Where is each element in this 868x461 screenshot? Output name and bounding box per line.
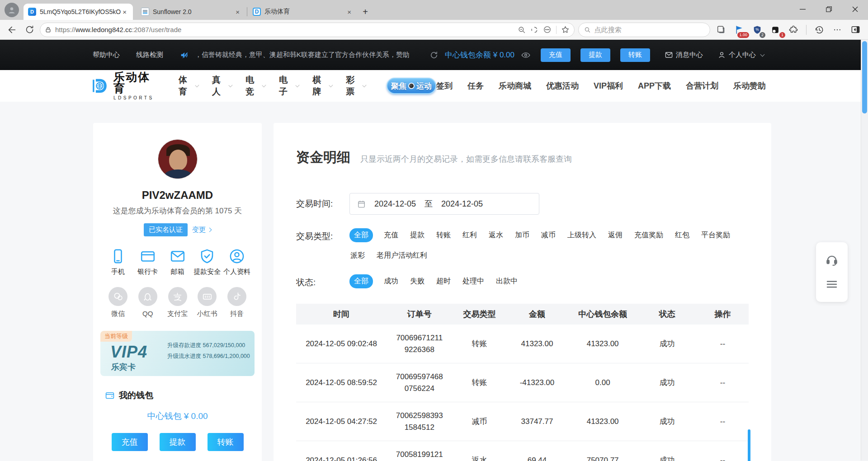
security-item-提款安全[interactable]: 提款安全 [194, 248, 220, 276]
page-scrollbar[interactable] [861, 40, 868, 461]
more-options-icon[interactable] [830, 23, 844, 37]
status-pill-处理中[interactable]: 处理中 [462, 274, 485, 288]
menu-icon[interactable] [825, 278, 839, 291]
type-pill-提款[interactable]: 提款 [409, 228, 425, 242]
site-logo[interactable]: 乐动体育LDSPORTS [90, 71, 157, 100]
type-pill-上级转入[interactable]: 上级转入 [566, 228, 597, 242]
type-pill-充值[interactable]: 充值 [383, 228, 399, 242]
social-item-抖音[interactable]: 抖音 [224, 287, 250, 318]
refresh-button[interactable] [23, 23, 36, 37]
social-item-label: 支付宝 [167, 310, 188, 318]
message-center-link[interactable]: 消息中心 [665, 51, 703, 59]
nav-link-VIP福利[interactable]: VIP福利 [594, 80, 623, 91]
nav-menu-电竞[interactable]: 电竞 [245, 74, 265, 98]
status-pill-成功[interactable]: 成功 [383, 274, 399, 288]
date-to[interactable]: 2024-12-05 [433, 199, 491, 209]
change-link[interactable]: 变更 [192, 226, 211, 234]
nav-menu-体育[interactable]: 体育 [179, 74, 198, 98]
social-item-支付宝[interactable]: 支付宝 [165, 287, 191, 318]
customer-service-icon[interactable] [825, 253, 839, 267]
close-icon[interactable]: × [345, 8, 353, 16]
close-icon[interactable]: × [234, 8, 241, 16]
security-item-手机[interactable]: 手机 [105, 248, 131, 276]
type-pill-减币[interactable]: 减币 [540, 228, 557, 242]
nav-menu-电子[interactable]: 电子 [279, 74, 299, 98]
nav-link-任务[interactable]: 任务 [467, 80, 484, 91]
extensions-puzzle-icon[interactable] [786, 23, 801, 37]
type-pill-充值奖励[interactable]: 充值奖励 [633, 228, 664, 242]
tab-1[interactable]: D 5LmQ5Yqo5L2T6IKyfOS5kOWKqC × [24, 4, 133, 20]
date-range-picker[interactable]: 2024-12-05 至 2024-12-05 [349, 193, 539, 215]
nav-link-APP下载[interactable]: APP下载 [638, 80, 671, 91]
verified-badge[interactable]: 已实名认证 [144, 223, 188, 236]
type-pill-派彩[interactable]: 派彩 [349, 249, 366, 263]
type-pill-返水[interactable]: 返水 [488, 228, 504, 242]
security-item-银行卡[interactable]: 银行卡 [135, 248, 161, 276]
status-pill-全部[interactable]: 全部 [349, 274, 373, 288]
minimize-button[interactable] [789, 0, 816, 18]
new-tab-button[interactable]: + [358, 4, 373, 20]
type-pill-全部[interactable]: 全部 [349, 228, 373, 242]
eye-icon[interactable] [521, 50, 531, 60]
avatar[interactable] [158, 139, 198, 179]
type-pill-平台奖励[interactable]: 平台奖励 [700, 228, 731, 242]
date-from[interactable]: 2024-12-05 [366, 199, 425, 209]
status-pill-失败[interactable]: 失败 [409, 274, 425, 288]
nav-link-乐动商城[interactable]: 乐动商城 [499, 80, 531, 91]
favorite-star-icon[interactable] [561, 25, 570, 34]
restore-button[interactable] [816, 0, 842, 18]
type-pill-加币[interactable]: 加币 [514, 228, 530, 242]
tab-3[interactable]: D 乐动体育 × [248, 4, 358, 20]
nav-menu-label: 体育 [179, 74, 193, 98]
focus-sports-badge[interactable]: 聚焦运动 [387, 78, 436, 94]
browser-profile-button[interactable] [5, 3, 19, 17]
search-box[interactable] [578, 23, 710, 37]
profile-center-link[interactable]: 个人中心 [717, 51, 764, 59]
type-pill-红利[interactable]: 红利 [462, 228, 478, 242]
nav-menu-棋牌[interactable]: 棋牌 [312, 74, 332, 98]
close-window-button[interactable] [842, 0, 868, 18]
nav-link-合营计划[interactable]: 合营计划 [686, 80, 718, 91]
zoom-out-icon[interactable] [518, 26, 526, 34]
topbar-transfer-button[interactable]: 转账 [620, 48, 650, 62]
nav-menu-真人[interactable]: 真人 [212, 74, 232, 98]
status-pill-出款中[interactable]: 出款中 [495, 274, 519, 288]
back-button[interactable] [5, 23, 19, 37]
topbar-withdraw-button[interactable]: 提款 [580, 48, 610, 62]
copy-pages-icon[interactable] [714, 23, 728, 37]
refresh-balance-icon[interactable] [429, 51, 439, 60]
type-pill-老用户活动红利[interactable]: 老用户活动红利 [376, 249, 428, 263]
sidebar-toggle-icon[interactable] [848, 23, 863, 37]
search-input[interactable] [594, 26, 704, 33]
close-icon[interactable]: × [121, 8, 128, 16]
security-item-个人资料[interactable]: 个人资料 [224, 248, 250, 276]
social-item-小红书[interactable]: 小红书 [194, 287, 220, 318]
read-aloud-icon[interactable] [530, 26, 538, 34]
withdraw-button[interactable]: 提款 [160, 433, 196, 451]
line-check-link[interactable]: 线路检测 [136, 51, 163, 59]
page-scrollbar-thumb[interactable] [862, 41, 867, 113]
flag-extension-icon[interactable]: 1.00 [732, 23, 746, 37]
address-bar[interactable]: https://www.ledong842.cc:2087/user/trade [40, 23, 575, 37]
social-item-微信[interactable]: 微信 [105, 287, 131, 318]
nav-link-乐动赞助[interactable]: 乐动赞助 [733, 80, 766, 91]
tab-2[interactable]: Sunflower 2.0 × [137, 4, 246, 20]
shield-extension-icon[interactable]: %2 [750, 23, 764, 37]
page-actions-icon[interactable] [543, 25, 552, 34]
help-center-link[interactable]: 帮助中心 [93, 51, 120, 59]
security-item-邮箱[interactable]: 邮箱 [165, 248, 191, 276]
collections-extension-icon[interactable]: 1 [768, 23, 783, 37]
nav-link-签到[interactable]: 签到 [436, 80, 453, 91]
type-pill-红包[interactable]: 红包 [674, 228, 690, 242]
nav-menu-彩票[interactable]: 彩票 [346, 74, 366, 98]
status-pill-超时[interactable]: 超时 [435, 274, 452, 288]
table-scrollbar-thumb[interactable] [748, 429, 750, 461]
type-pill-转账[interactable]: 转账 [435, 228, 452, 242]
history-icon[interactable] [812, 23, 826, 37]
transfer-button[interactable]: 转账 [208, 433, 244, 451]
topbar-deposit-button[interactable]: 充值 [541, 48, 571, 62]
type-pill-返佣[interactable]: 返佣 [607, 228, 623, 242]
nav-link-优惠活动[interactable]: 优惠活动 [546, 80, 579, 91]
deposit-button[interactable]: 充值 [112, 433, 148, 451]
social-item-QQ[interactable]: QQ [135, 287, 161, 318]
